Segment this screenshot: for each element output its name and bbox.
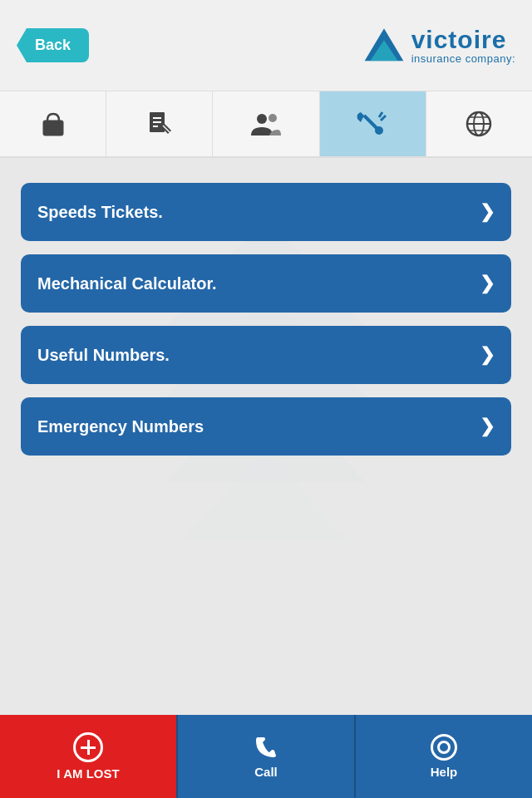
svg-line-14 [381,116,386,121]
main-content: Speeds Tickets. ❯ Mechanical Calculator.… [0,158,532,480]
logo-text: victoire insurance company: [411,26,515,65]
help-button[interactable]: Help [356,715,532,798]
call-button[interactable]: Call [176,715,356,798]
useful-numbers-button[interactable]: Useful Numbers. ❯ [21,326,511,384]
speed-tickets-label: Speeds Tickets. [37,203,163,222]
logo-triangle-icon [363,25,405,66]
speed-tickets-button[interactable]: Speeds Tickets. ❯ [21,183,511,241]
mechanical-calculator-button[interactable]: Mechanical Calculator. ❯ [21,254,511,313]
help-icon [431,734,457,761]
chevron-right-icon-3: ❯ [480,344,495,366]
tab-bar [0,91,532,158]
i-am-lost-button[interactable]: I AM LOST [0,715,176,798]
tab-globe[interactable] [426,91,532,156]
globe-icon [464,109,494,139]
svg-line-13 [379,112,382,117]
lost-icon [73,732,103,762]
logo-area: victoire insurance company: [363,25,515,66]
logo-name: victoire [411,26,515,53]
call-icon [253,734,279,761]
mechanical-calculator-label: Mechanical Calculator. [37,274,217,293]
svg-point-12 [375,126,383,135]
svg-rect-2 [43,121,63,135]
chevron-right-icon-2: ❯ [480,273,495,294]
header: Back victoire insurance company: [0,0,532,91]
svg-point-10 [268,114,277,122]
chevron-right-icon-1: ❯ [480,201,495,223]
tab-shop[interactable] [0,91,106,156]
tab-document[interactable] [106,91,213,156]
tab-tools[interactable] [320,91,426,156]
lost-label: I AM LOST [57,766,119,781]
tab-users[interactable] [213,91,319,156]
shop-icon [38,109,68,139]
chevron-right-icon-4: ❯ [480,416,495,437]
back-button[interactable]: Back [17,28,89,62]
document-icon [145,109,175,139]
emergency-numbers-label: Emergency Numbers [37,417,204,436]
users-icon [249,109,283,139]
call-label: Call [254,765,278,779]
bottom-bar: I AM LOST Call Help [0,715,532,798]
logo-sub: insurance company: [411,53,515,65]
svg-point-9 [257,114,267,124]
help-label: Help [431,765,458,779]
tools-icon [356,109,389,139]
useful-numbers-label: Useful Numbers. [37,346,170,365]
svg-line-11 [364,116,377,129]
emergency-numbers-button[interactable]: Emergency Numbers ❯ [21,397,511,456]
